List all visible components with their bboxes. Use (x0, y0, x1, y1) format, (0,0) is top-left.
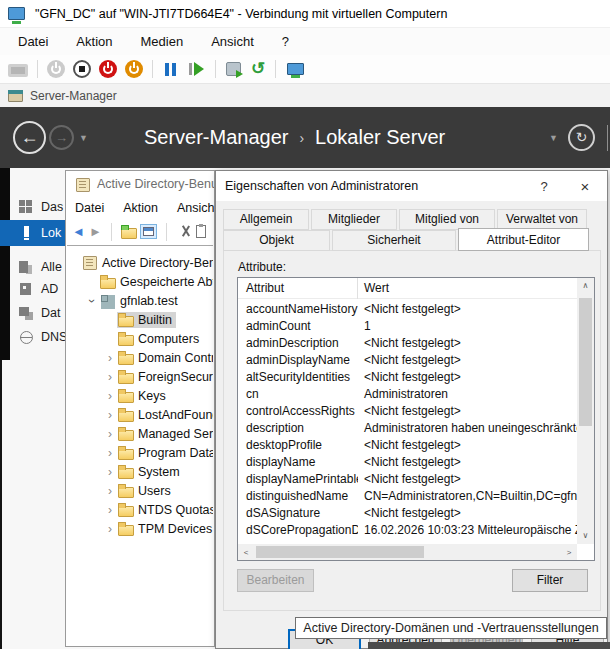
power-on-icon[interactable] (47, 60, 65, 78)
forward-icon[interactable]: → (49, 125, 74, 150)
attribute-row[interactable]: cnAdministratoren (238, 385, 577, 402)
refresh-icon[interactable]: ↻ (568, 124, 595, 151)
fullscreen-icon[interactable] (287, 63, 304, 75)
attribute-row[interactable]: displayName<Nicht festgelegt> (238, 453, 577, 470)
scroll-up-icon[interactable]: ∧ (583, 278, 589, 294)
tab-mitglieder[interactable]: Mitglieder (311, 209, 397, 230)
dialog-help-icon[interactable]: ? (525, 179, 563, 194)
attribute-row[interactable]: desktopProfile<Nicht festgelegt> (238, 436, 577, 453)
tree-node[interactable]: Keys (117, 388, 170, 404)
attribute-row[interactable]: dSCorePropagationD...16.02.2026 10:03:23… (238, 521, 577, 538)
attribute-row[interactable]: distinguishedNameCN=Administratoren,CN=B… (238, 487, 577, 504)
scroll-down-icon[interactable]: ∨ (583, 528, 589, 544)
tree-node[interactable]: gfnlab.test (99, 293, 182, 309)
horizontal-scrollbar[interactable]: < > (238, 544, 577, 560)
scroll-right-icon[interactable]: > (561, 548, 577, 557)
tree-item-ntds-quotas[interactable]: ›NTDS Quotas (103, 500, 213, 519)
chevron-collapsed-icon[interactable]: › (103, 523, 117, 535)
tree-item-tpm-devices[interactable]: ›TPM Devices (103, 519, 213, 538)
ad-menu-ansicht[interactable]: Ansicht (177, 201, 215, 215)
chevron-expanded-icon[interactable]: › (86, 294, 98, 308)
tree-node[interactable]: ForeignSecurity (117, 369, 213, 385)
tree-node[interactable]: Domain Contro (117, 350, 213, 366)
sidebar-item-lok[interactable]: Lok (0, 220, 65, 246)
ad-listview-toggle-icon[interactable] (140, 224, 157, 239)
cut-icon[interactable] (180, 225, 192, 238)
vm-menu-datei[interactable]: Datei (18, 34, 48, 49)
tab-verwaltet-von[interactable]: Verwaltet von (497, 209, 587, 230)
tree-item-builtin[interactable]: Builtin (103, 310, 213, 329)
tree-item-program-data[interactable]: ›Program Data (103, 443, 213, 462)
attribute-row[interactable]: adminDescription<Nicht festgelegt> (238, 334, 577, 351)
horizontal-scroll-thumb[interactable] (256, 546, 424, 558)
chevron-collapsed-icon[interactable]: › (103, 428, 117, 440)
tree-node[interactable]: LostAndFound (117, 407, 213, 423)
tree-node[interactable]: Program Data (117, 445, 213, 461)
attribute-row[interactable]: controlAccessRights<Nicht festgelegt> (238, 402, 577, 419)
filter-button[interactable]: Filter (512, 569, 588, 592)
vm-menu-medien[interactable]: Medien (141, 34, 184, 49)
history-chevron-down-icon[interactable]: ▼ (79, 133, 88, 143)
shut-down-icon[interactable] (99, 60, 117, 78)
tree-node[interactable]: Active Directory-Benut (81, 255, 213, 271)
tree-item-domain-contro[interactable]: ›Domain Contro (103, 348, 213, 367)
attribute-row[interactable]: accountNameHistory<Nicht festgelegt> (238, 300, 577, 317)
scroll-left-icon[interactable]: < (238, 548, 254, 557)
column-header-attribut[interactable]: Attribut (238, 278, 358, 299)
tree-item-managed-servic[interactable]: ›Managed Servic (103, 424, 213, 443)
chevron-collapsed-icon[interactable]: › (103, 447, 117, 459)
breadcrumb-lokaler-server[interactable]: Lokaler Server (315, 126, 445, 149)
attribute-row[interactable]: adminDisplayName<Nicht festgelegt> (238, 351, 577, 368)
tree-item-active-directory-benut[interactable]: Active Directory-Benut (67, 253, 213, 272)
tree-item-users[interactable]: ›Users (103, 481, 213, 500)
checkpoint-icon[interactable] (226, 62, 241, 76)
tab-allgemein[interactable]: Allgemein (223, 209, 309, 230)
tree-item-lostandfound[interactable]: ›LostAndFound (103, 405, 213, 424)
sidebar-item-dat[interactable]: Dat (10, 300, 65, 326)
vertical-scroll-thumb[interactable] (579, 298, 592, 426)
tree-node[interactable]: Computers (117, 331, 203, 347)
back-icon[interactable]: ← (13, 121, 46, 154)
tree-item-gfnlab-test[interactable]: ›gfnlab.test (85, 291, 213, 310)
chevron-collapsed-icon[interactable]: › (103, 409, 117, 421)
vertical-scrollbar[interactable]: ∧ ∨ (577, 278, 594, 544)
attribute-row[interactable]: dSASignature<Nicht festgelegt> (238, 504, 577, 521)
resume-icon[interactable] (189, 62, 204, 76)
turn-off-icon[interactable] (73, 60, 91, 78)
chevron-collapsed-icon[interactable]: › (103, 504, 117, 516)
chevron-down-icon[interactable]: ▼ (549, 133, 558, 143)
tree-node[interactable]: Builtin (117, 312, 176, 328)
tree-node[interactable]: Gespeicherte Abfra (99, 274, 213, 290)
tree-item-system[interactable]: ›System (103, 462, 213, 481)
ad-menu-datei[interactable]: Datei (75, 201, 104, 215)
tab-objekt[interactable]: Objekt (223, 230, 330, 251)
tree-node[interactable]: Managed Servic (117, 426, 213, 442)
tree-item-gespeicherte-abfra[interactable]: Gespeicherte Abfra (85, 272, 213, 291)
column-header-wert[interactable]: Wert (358, 281, 389, 295)
ad-open-folder-icon[interactable] (121, 225, 136, 238)
tree-item-keys[interactable]: ›Keys (103, 386, 213, 405)
tree-node[interactable]: TPM Devices (117, 521, 213, 537)
tree-item-computers[interactable]: Computers (103, 329, 213, 348)
tab-mitglied-von[interactable]: Mitglied von (399, 209, 495, 230)
vm-menu-ansicht[interactable]: Ansicht (211, 34, 254, 49)
tab-sicherheit[interactable]: Sicherheit (332, 230, 456, 251)
tree-node[interactable]: NTDS Quotas (117, 502, 213, 518)
revert-icon[interactable]: ↺ (251, 60, 265, 78)
chevron-collapsed-icon[interactable]: › (103, 371, 117, 383)
sidebar-item-dns[interactable]: DNS (10, 324, 65, 350)
vm-menu-aktion[interactable]: Aktion (76, 34, 112, 49)
ad-menu-aktion[interactable]: Aktion (123, 201, 158, 215)
close-icon[interactable]: × (563, 178, 607, 195)
chevron-collapsed-icon[interactable]: › (103, 352, 117, 364)
tree-node[interactable]: System (117, 464, 184, 480)
sidebar-item-das[interactable]: Das (10, 194, 65, 220)
clipboard-icon[interactable] (196, 225, 206, 238)
ad-forward-icon[interactable]: ► (89, 225, 102, 239)
attribute-row[interactable]: altSecurityIdentities<Nicht festgelegt> (238, 368, 577, 385)
save-state-icon[interactable] (125, 60, 143, 78)
chevron-collapsed-icon[interactable]: › (103, 390, 117, 402)
attribute-row[interactable]: descriptionAdministratoren haben uneinge… (238, 419, 577, 436)
attribute-row[interactable]: adminCount1 (238, 317, 577, 334)
ctrl-alt-del-icon[interactable] (8, 64, 28, 77)
